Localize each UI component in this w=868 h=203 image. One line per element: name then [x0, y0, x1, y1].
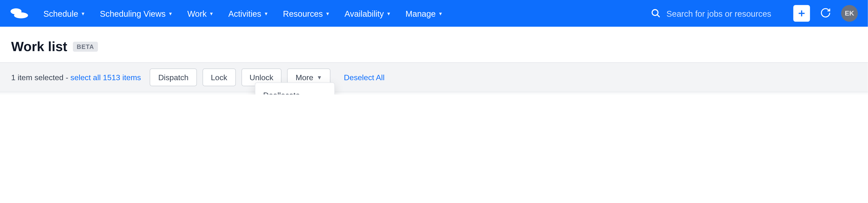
chevron-down-icon: ▾	[210, 10, 213, 16]
sync-icon	[820, 7, 831, 18]
more-item-deallocate[interactable]: Deallocate	[255, 86, 334, 94]
deselect-all-link[interactable]: Deselect All	[344, 73, 384, 82]
plus-icon	[797, 9, 806, 18]
selection-count: 1 item selected - select all 1513 items	[11, 73, 141, 82]
search-input[interactable]	[666, 9, 783, 18]
chevron-down-icon: ▾	[326, 10, 329, 16]
page-title: Work list	[11, 39, 67, 55]
chevron-down-icon: ▾	[387, 10, 390, 16]
select-all-link[interactable]: select all 1513 items	[70, 73, 141, 82]
logo-icon	[10, 7, 30, 20]
more-dropdown: DeallocateUnscheduleCancelDuplicate	[255, 82, 335, 94]
chevron-down-icon: ▾	[169, 10, 172, 16]
chevron-down-icon: ▾	[265, 10, 268, 16]
app-logo[interactable]	[10, 7, 30, 20]
dispatch-button[interactable]: Dispatch	[150, 68, 197, 86]
nav-item-resources[interactable]: Resources▾	[283, 9, 329, 18]
search-box[interactable]	[651, 8, 783, 18]
user-avatar[interactable]: EK	[841, 5, 858, 22]
nav-item-schedule[interactable]: Schedule▾	[43, 9, 84, 18]
app-root: Schedule▾Scheduling Views▾Work▾Activitie…	[0, 0, 868, 94]
nav-item-work[interactable]: Work▾	[187, 9, 213, 18]
svg-line-3	[657, 14, 659, 17]
svg-point-2	[652, 10, 658, 16]
svg-point-1	[14, 12, 28, 19]
chevron-down-icon: ▼	[316, 75, 322, 81]
nav-item-availability[interactable]: Availability▾	[345, 9, 390, 18]
beta-badge: BETA	[73, 42, 98, 52]
nav-item-manage[interactable]: Manage▾	[405, 9, 442, 18]
add-button[interactable]	[794, 5, 810, 22]
page-header: Work list BETA	[0, 27, 868, 62]
top-nav: Schedule▾Scheduling Views▾Work▾Activitie…	[0, 0, 868, 27]
chevron-down-icon: ▾	[82, 10, 84, 16]
nav-item-scheduling-views[interactable]: Scheduling Views▾	[100, 9, 172, 18]
chevron-down-icon: ▾	[439, 10, 442, 16]
search-icon	[651, 8, 661, 18]
table-header: DESCRIPTION TYPE URGENCY STATUS SCHEDULE…	[0, 92, 868, 94]
selection-toolbar: 1 item selected - select all 1513 items …	[0, 62, 868, 92]
nav-item-activities[interactable]: Activities▾	[228, 9, 268, 18]
sync-button[interactable]	[820, 7, 831, 20]
lock-button[interactable]: Lock	[203, 68, 236, 86]
